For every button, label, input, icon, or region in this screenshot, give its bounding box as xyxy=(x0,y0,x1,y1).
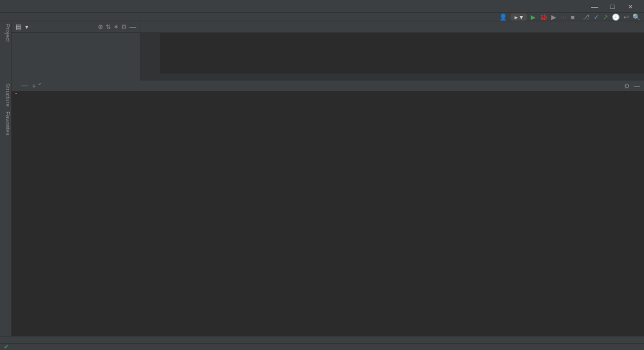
clock-icon[interactable]: 🕘 xyxy=(612,14,620,21)
highlight-box xyxy=(15,93,17,94)
maximize-icon[interactable]: □ xyxy=(609,3,616,10)
ham-icon[interactable]: ↩ xyxy=(623,14,629,21)
select-opened-icon[interactable]: ⊕ xyxy=(98,23,103,30)
gear-icon[interactable]: ⚙ xyxy=(121,23,127,30)
coverage-icon[interactable]: ▶ xyxy=(551,14,556,21)
minimize-panel-icon[interactable]: — xyxy=(129,23,136,30)
git-pull-icon[interactable]: ✓ xyxy=(594,14,599,21)
search-icon[interactable]: 🔍 xyxy=(632,14,640,21)
inspection-ribbon[interactable] xyxy=(635,22,640,23)
run-icon[interactable]: ▶ xyxy=(531,14,536,21)
terminal-hide-icon[interactable]: — xyxy=(634,83,640,90)
editor-tabs[interactable] xyxy=(140,21,644,33)
project-tree[interactable] xyxy=(12,33,140,35)
tool-window-bar[interactable] xyxy=(0,336,644,343)
terminal-panel: Structure Favorites + ˅ ⚙ — xyxy=(0,81,644,336)
close-icon[interactable]: × xyxy=(627,3,634,10)
window-controls: — □ × xyxy=(591,3,640,10)
run-config-selector[interactable]: ▸ ▾ xyxy=(511,14,527,21)
debug-icon[interactable]: 🐞 xyxy=(540,14,547,21)
project-panel: ▤ ▾ ⊕ ⇅ ✶ ⚙ — xyxy=(12,21,140,81)
minimize-icon[interactable]: — xyxy=(591,3,598,10)
project-arrow-icon[interactable]: ▤ xyxy=(15,23,21,30)
editor-breadcrumb[interactable] xyxy=(140,73,644,81)
terminal-output[interactable] xyxy=(12,92,644,336)
more-run-icon[interactable]: ⋯ xyxy=(560,14,567,21)
terminal-tab-local[interactable] xyxy=(21,85,28,86)
status-bar: ✔ xyxy=(0,343,644,350)
line-gutter xyxy=(140,33,160,73)
git-branch-icon[interactable]: ⎇ xyxy=(582,14,590,21)
left-tool-strip[interactable]: Project xyxy=(0,21,12,81)
hide-icon[interactable]: ✶ xyxy=(113,23,118,30)
user-icon[interactable]: 👤 xyxy=(499,14,507,21)
nav-bar: 👤 ▸ ▾ ▶ 🐞 ▶ ⋯ ■ ⎇ ✓ ↗ 🕘 ↩ 🔍 xyxy=(0,13,644,21)
collapse-icon[interactable]: ⇅ xyxy=(106,23,111,30)
new-terminal-icon[interactable]: + ˅ xyxy=(32,83,41,90)
terminal-gear-icon[interactable]: ⚙ xyxy=(624,83,630,90)
code-editor[interactable] xyxy=(160,33,644,73)
menu-bar: — □ × xyxy=(0,0,644,13)
git-push-icon[interactable]: ↗ xyxy=(603,14,608,21)
left-tool-strip-2[interactable]: Structure Favorites xyxy=(0,81,12,336)
status-ok-icon: ✔ xyxy=(4,344,9,350)
stop-icon[interactable]: ■ xyxy=(571,14,574,21)
